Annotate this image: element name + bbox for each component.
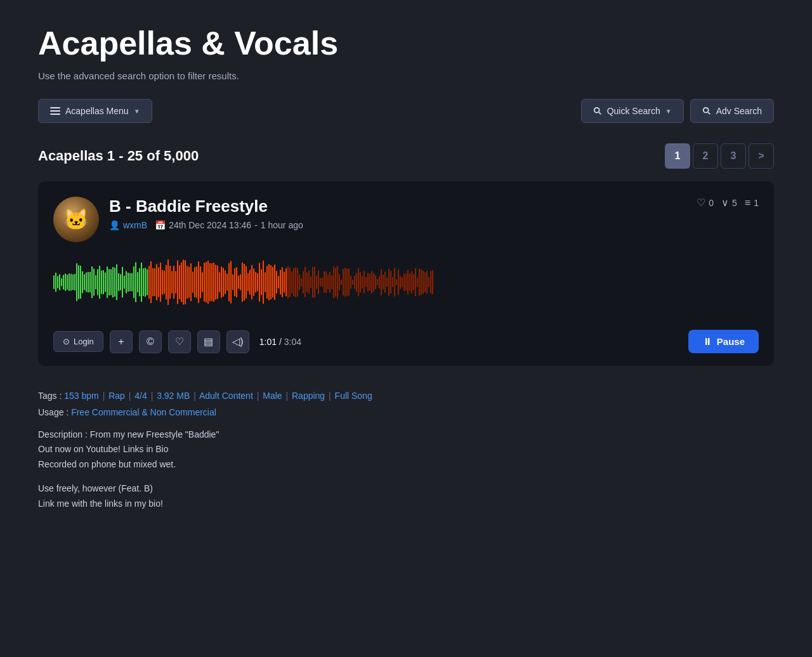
like-button[interactable]: ♡ xyxy=(168,330,191,353)
track-details: Tags : 153 bpm | Rap | 4/4 | 3.92 MB | A… xyxy=(38,379,774,524)
copyright-icon: © xyxy=(147,336,154,348)
page-button-1[interactable]: 1 xyxy=(665,143,690,169)
page-title: Acapellas & Vocals xyxy=(38,25,774,62)
login-button[interactable]: ⊙ Login xyxy=(53,331,103,352)
pagination: 1 2 3 > xyxy=(665,143,774,169)
tags-line: Tags : 153 bpm | Rap | 4/4 | 3.92 MB | A… xyxy=(38,389,774,403)
likes-count: 0 xyxy=(709,198,714,208)
svg-line-1 xyxy=(599,112,601,114)
pause-label: Pause xyxy=(717,336,745,347)
hamburger-icon xyxy=(50,107,60,115)
page-subtitle: Use the advanced search option to filter… xyxy=(38,70,774,81)
add-button[interactable]: + xyxy=(110,330,133,353)
top-bar: Acapellas Menu ▼ Quick Search ▼ Adv Sear… xyxy=(38,99,774,123)
track-title: B - Baddie Freestyle xyxy=(109,197,686,216)
track-time-ago: 1 hour ago xyxy=(261,220,303,230)
description-extra-2: Link me with the links in my bio! xyxy=(38,497,774,512)
menu-button-label: Acapellas Menu xyxy=(65,106,129,116)
description-line-2: Out now on Youtube! Links in Bio xyxy=(38,442,774,457)
description: Description : From my new Freestyle "Bad… xyxy=(38,427,774,512)
total-time: 3:04 xyxy=(284,337,301,347)
results-count: Acapellas 1 - 25 of 5,000 xyxy=(38,148,199,164)
acapellas-menu-button[interactable]: Acapellas Menu ▼ xyxy=(38,99,152,123)
comments-count: 1 xyxy=(754,198,759,208)
description-line-3: Recorded on phone but mixed wet. xyxy=(38,457,774,472)
quick-search-label: Quick Search xyxy=(607,106,660,116)
player-controls: ⊙ Login + © ♡ ▤ ◁) 1:01 / 3:04 ⏸ Pause xyxy=(53,321,759,366)
avatar-image: 🐱 xyxy=(53,197,99,242)
search-icon xyxy=(593,107,602,115)
volume-icon: ◁) xyxy=(232,335,243,348)
comment-icon: ≡ xyxy=(745,197,750,209)
page-next-button[interactable]: > xyxy=(749,143,774,169)
user-icon: 👤 xyxy=(109,220,120,230)
adv-search-label: Adv Search xyxy=(716,106,762,116)
usage-line: Usage : Free Commercial & Non Commercial xyxy=(38,407,774,417)
description-label-line: Description : From my new Freestyle "Bad… xyxy=(38,427,774,443)
tag-filesize[interactable]: 3.92 MB xyxy=(157,391,190,401)
page-button-2[interactable]: 2 xyxy=(693,143,718,169)
tag-adult[interactable]: Adult Content xyxy=(199,391,253,401)
login-icon: ⊙ xyxy=(63,337,70,346)
svg-line-3 xyxy=(708,112,710,114)
svg-point-0 xyxy=(594,108,599,113)
copyright-button[interactable]: © xyxy=(139,330,162,353)
pause-icon: ⏸ xyxy=(702,336,712,347)
heart-icon: ♡ xyxy=(697,197,705,209)
chevron-down-stat-icon: ∨ xyxy=(721,197,729,209)
tag-rap[interactable]: Rap xyxy=(108,391,125,401)
search-buttons: Quick Search ▼ Adv Search xyxy=(581,99,774,123)
chevron-down-icon: ▼ xyxy=(134,108,140,115)
track-card: 🐱 B - Baddie Freestyle 👤 wxmB 📅 24th Dec… xyxy=(38,181,774,366)
tag-44[interactable]: 4/4 xyxy=(134,391,147,401)
adv-search-button[interactable]: Adv Search xyxy=(690,99,774,123)
quick-search-chevron-icon: ▼ xyxy=(665,108,672,115)
avatar: 🐱 xyxy=(53,197,99,242)
tag-rapping[interactable]: Rapping xyxy=(292,391,325,401)
track-date-text: 24th Dec 2024 13:46 xyxy=(169,220,251,230)
calendar-icon: 📅 xyxy=(155,220,166,230)
time-separator: / xyxy=(279,337,284,347)
description-extra-1: Use freely, however (Feat. B) xyxy=(38,481,774,497)
tags-label: Tags : xyxy=(38,391,64,401)
comment-button[interactable]: ▤ xyxy=(197,330,220,353)
comment-ctrl-icon: ▤ xyxy=(204,335,213,348)
track-meta: 👤 wxmB 📅 24th Dec 2024 13:46 - 1 hour ag… xyxy=(109,220,686,230)
usage-label: Usage : xyxy=(38,407,71,417)
login-label: Login xyxy=(74,337,94,346)
search-icon-adv xyxy=(702,107,711,115)
downloads-badge[interactable]: ∨ 5 xyxy=(721,197,737,209)
time-display: 1:01 / 3:04 xyxy=(259,337,301,347)
likes-badge[interactable]: ♡ 0 xyxy=(697,197,714,209)
pause-button[interactable]: ⏸ Pause xyxy=(688,330,759,353)
page-button-3[interactable]: 3 xyxy=(721,143,746,169)
track-separator: - xyxy=(254,220,258,230)
current-time: 1:01 xyxy=(259,337,277,347)
username: wxmB xyxy=(123,220,147,230)
svg-point-2 xyxy=(703,108,708,113)
results-header: Acapellas 1 - 25 of 5,000 1 2 3 > xyxy=(38,143,774,169)
track-info: B - Baddie Freestyle 👤 wxmB 📅 24th Dec 2… xyxy=(109,197,686,230)
volume-button[interactable]: ◁) xyxy=(226,330,249,353)
downloads-count: 5 xyxy=(732,198,737,208)
tag-bpm[interactable]: 153 bpm xyxy=(64,391,98,401)
usage-link[interactable]: Free Commercial & Non Commercial xyxy=(71,407,216,417)
heart-ctrl-icon: ♡ xyxy=(175,335,184,348)
track-date: 📅 24th Dec 2024 13:46 - 1 hour ago xyxy=(155,220,303,230)
tag-fullsong[interactable]: Full Song xyxy=(335,391,372,401)
track-user[interactable]: 👤 wxmB xyxy=(109,220,147,230)
waveform-canvas[interactable] xyxy=(53,254,759,311)
comments-badge[interactable]: ≡ 1 xyxy=(745,197,759,209)
quick-search-button[interactable]: Quick Search ▼ xyxy=(581,99,684,123)
track-header: 🐱 B - Baddie Freestyle 👤 wxmB 📅 24th Dec… xyxy=(53,197,759,242)
plus-icon: + xyxy=(118,336,124,348)
track-stats: ♡ 0 ∨ 5 ≡ 1 xyxy=(697,197,759,209)
waveform[interactable] xyxy=(53,254,759,311)
tag-male[interactable]: Male xyxy=(263,391,282,401)
